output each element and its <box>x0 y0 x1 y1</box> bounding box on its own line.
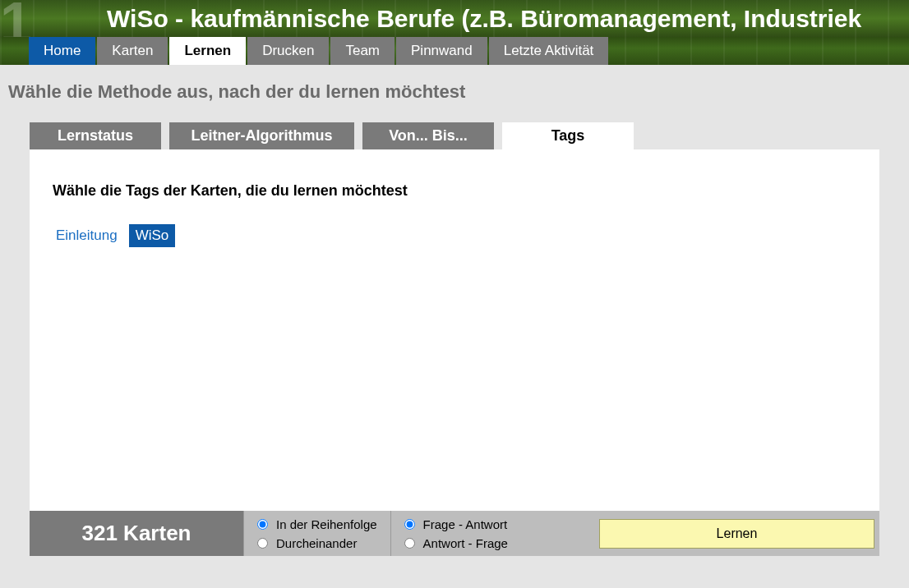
direction-option-aq[interactable]: Antwort - Frage <box>404 536 508 550</box>
page-number: 1 <box>0 0 32 37</box>
card-count: 321 Karten <box>30 511 243 556</box>
direction-option-qa[interactable]: Frage - Antwort <box>404 517 508 531</box>
content-area: Lernstatus Leitner-Algorithmus Von... Bi… <box>30 122 879 511</box>
subheading-bar: Wähle die Methode aus, nach der du lerne… <box>0 65 909 122</box>
direction-label-qa: Frage - Antwort <box>423 517 508 531</box>
subtab-von-bis[interactable]: Von... Bis... <box>362 122 494 149</box>
subtab-leitner[interactable]: Leitner-Algorithmus <box>169 122 354 149</box>
tag-list: Einleitung WiSo <box>53 224 856 247</box>
tag-einleitung[interactable]: Einleitung <box>53 226 121 246</box>
nav-karten[interactable]: Karten <box>97 37 168 65</box>
nav-home[interactable]: Home <box>29 37 95 65</box>
subtab-tags[interactable]: Tags <box>502 122 634 149</box>
panel-heading: Wähle die Tags der Karten, die du lernen… <box>53 182 856 200</box>
nav-letzte-aktivitaet[interactable]: Letzte Aktivität <box>489 37 609 65</box>
subtabs: Lernstatus Leitner-Algorithmus Von... Bi… <box>30 122 879 149</box>
order-options: In der Reihenfolge Durcheinander <box>243 511 390 556</box>
nav-drucken[interactable]: Drucken <box>247 37 329 65</box>
header-banner: 1 WiSo - kaufmännische Berufe (z.B. Büro… <box>0 0 909 37</box>
tag-wiso[interactable]: WiSo <box>129 224 176 247</box>
direction-radio-qa[interactable] <box>404 519 415 530</box>
page-title: WiSo - kaufmännische Berufe (z.B. Büroma… <box>107 5 861 33</box>
learn-button-wrap: Lernen <box>594 511 879 556</box>
main-nav: Home Karten Lernen Drucken Team Pinnwand… <box>0 37 909 65</box>
order-label-shuffle: Durcheinander <box>276 536 357 550</box>
learn-button[interactable]: Lernen <box>599 519 874 549</box>
order-option-inorder[interactable]: In der Reihenfolge <box>257 517 377 531</box>
footer-bar: 321 Karten In der Reihenfolge Durcheinan… <box>30 511 879 556</box>
panel: Wähle die Tags der Karten, die du lernen… <box>30 149 879 511</box>
direction-label-aq: Antwort - Frage <box>423 536 508 550</box>
order-radio-inorder[interactable] <box>257 519 268 530</box>
order-option-shuffle[interactable]: Durcheinander <box>257 536 377 550</box>
nav-pinnwand[interactable]: Pinnwand <box>396 37 487 65</box>
subtab-lernstatus[interactable]: Lernstatus <box>30 122 161 149</box>
subheading: Wähle die Methode aus, nach der du lerne… <box>8 81 901 103</box>
order-label-inorder: In der Reihenfolge <box>276 517 377 531</box>
direction-options: Frage - Antwort Antwort - Frage <box>390 511 521 556</box>
nav-team[interactable]: Team <box>330 37 395 65</box>
direction-radio-aq[interactable] <box>404 538 415 549</box>
order-radio-shuffle[interactable] <box>257 538 268 549</box>
nav-lernen[interactable]: Lernen <box>169 37 246 65</box>
